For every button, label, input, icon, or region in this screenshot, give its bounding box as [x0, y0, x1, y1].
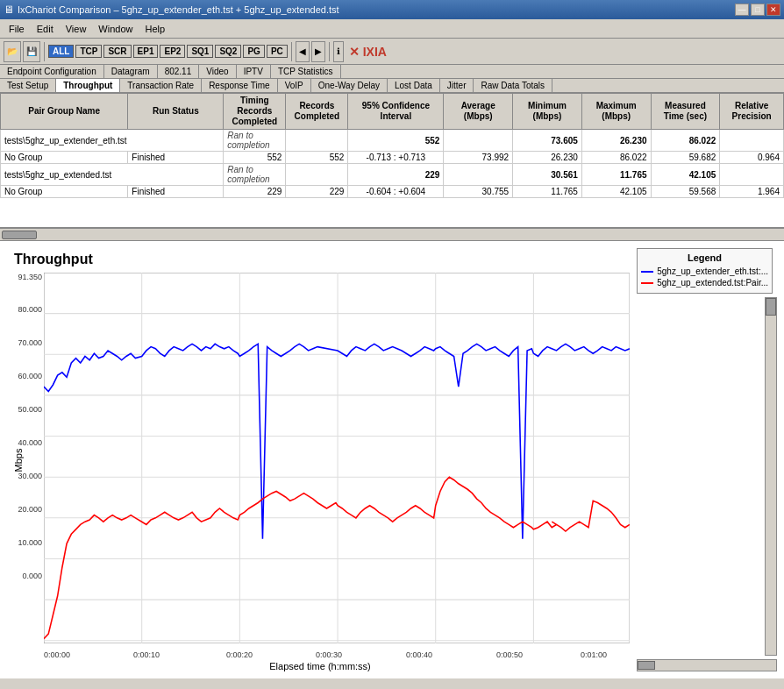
tab-video[interactable]: Video	[199, 65, 236, 78]
close-button[interactable]: ✕	[766, 4, 780, 16]
rec2-min: 11.765	[581, 164, 651, 186]
tab-transaction-rate[interactable]: Transaction Rate	[120, 79, 202, 92]
scroll-thumb[interactable]	[2, 231, 37, 239]
group-name-1: No Group	[1, 152, 128, 164]
menu-view[interactable]: View	[61, 22, 92, 36]
x-tick-40: 0:00:40	[406, 650, 432, 659]
table-row: No Group Finished 229 229 -0.604 : +0.60…	[1, 186, 784, 198]
tab-test-setup[interactable]: Test Setup	[0, 79, 56, 92]
time-1: 59.682	[651, 152, 720, 164]
col-measured-time: Measured Time (sec)	[651, 94, 720, 130]
filter-all[interactable]: ALL	[48, 45, 74, 58]
results-area[interactable]: Pair Group Name Run Status Timing Record…	[0, 93, 784, 229]
legend-box: Legend 5ghz_up_extender_eth.tst:... 5ghz…	[637, 248, 773, 294]
filter-sq1[interactable]: SQ1	[187, 45, 213, 58]
filter-scr[interactable]: SCR	[103, 45, 131, 58]
toolbar: 📂 💾 ALL TCP SCR EP1 EP2 SQ1 SQ2 PG PC ◀ …	[0, 39, 784, 65]
results-table: Pair Group Name Run Status Timing Record…	[0, 93, 784, 198]
x-tick-30: 0:00:30	[316, 650, 342, 659]
legend-scroll-area	[637, 297, 777, 656]
filter-ep2[interactable]: EP2	[160, 45, 185, 58]
app-icon: 🖥	[4, 4, 14, 16]
rel-prec-2: 1.964	[720, 186, 784, 198]
legend-scroll-thumb[interactable]	[766, 298, 776, 316]
timing-2: 229	[224, 186, 286, 198]
menu-edit[interactable]: Edit	[32, 22, 59, 36]
tab-endpoint-config[interactable]: Endpoint Configuration	[0, 65, 104, 78]
chart-container: Throughput Mbps	[7, 248, 633, 671]
filter-sq2[interactable]: SQ2	[215, 45, 241, 58]
col-confidence: 95% Confidence Interval	[348, 94, 444, 130]
rec1-avg: 73.605	[513, 130, 582, 152]
tab-lost-data[interactable]: Lost Data	[388, 79, 440, 92]
rec1-time	[720, 130, 784, 152]
chart-svg	[44, 273, 630, 643]
y-tick-30: 30.000	[9, 472, 42, 480]
tab-one-way-delay[interactable]: One-Way Delay	[311, 79, 388, 92]
col-records-completed: Records Completed	[286, 94, 348, 130]
col-average: Average (Mbps)	[444, 94, 513, 130]
table-row: tests\5ghz_up_extender_eth.tst Ran to co…	[1, 130, 784, 152]
legend-item-red: 5ghz_up_extended.tst:Pair...	[641, 278, 768, 288]
records-2: 229	[286, 186, 348, 198]
tab-jitter[interactable]: Jitter	[440, 79, 474, 92]
legend-scrollbar[interactable]	[765, 297, 777, 656]
legend-hscrollbar[interactable]	[637, 659, 777, 671]
status-1: Finished	[128, 152, 224, 164]
conf-1: -0.713 : +0.713	[348, 152, 444, 164]
maximize-button[interactable]: □	[751, 4, 765, 16]
y-tick-50: 50.000	[9, 405, 42, 414]
toolbar-info[interactable]: ℹ	[333, 41, 344, 62]
config-row2: Test Setup Throughput Transaction Rate R…	[0, 79, 784, 92]
rec1-min: 26.230	[581, 130, 651, 152]
x-tick-0: 0:00:00	[44, 650, 70, 659]
tab-datagram[interactable]: Datagram	[104, 65, 158, 78]
toolbar-fwd[interactable]: ▶	[311, 41, 325, 62]
title-text: 🖥 IxChariot Comparison – 5ghz_up_extende…	[4, 4, 339, 16]
legend-line-blue	[641, 271, 653, 273]
table-scrollbar[interactable]	[0, 229, 784, 241]
menu-window[interactable]: Window	[93, 22, 138, 36]
filter-pc[interactable]: PC	[267, 45, 288, 58]
toolbar-open[interactable]: 📂	[4, 41, 21, 62]
y-tick-10: 10.000	[9, 538, 42, 547]
records-1: 552	[286, 152, 348, 164]
rec1-conf	[444, 130, 513, 152]
tab-voip[interactable]: VoIP	[278, 79, 311, 92]
col-maximum: Maximum (Mbps)	[581, 94, 651, 130]
menu-bar: File Edit View Window Help	[0, 19, 784, 39]
table-row: No Group Finished 552 552 -0.713 : +0.71…	[1, 152, 784, 164]
menu-help[interactable]: Help	[139, 22, 170, 36]
legend-item-blue: 5ghz_up_extender_eth.tst:...	[641, 266, 768, 276]
tab-response-time[interactable]: Response Time	[202, 79, 277, 92]
chart-area: Throughput Mbps	[0, 241, 784, 678]
rec1-val: 552	[348, 130, 444, 152]
col-timing-records: Timing Records Completed	[224, 94, 286, 130]
toolbar-back[interactable]: ◀	[296, 41, 310, 62]
legend-title: Legend	[641, 252, 768, 263]
window-controls: — □ ✕	[735, 4, 780, 16]
tab-throughput[interactable]: Throughput	[56, 79, 120, 92]
filter-ep1[interactable]: EP1	[133, 45, 159, 58]
tab-raw-data-totals[interactable]: Raw Data Totals	[474, 79, 552, 92]
timing-1: 552	[224, 152, 286, 164]
min-2: 11.765	[513, 186, 582, 198]
toolbar-save[interactable]: 💾	[23, 41, 40, 62]
avg-1: 73.992	[444, 152, 513, 164]
title-bar: 🖥 IxChariot Comparison – 5ghz_up_extende…	[0, 0, 784, 19]
tab-802-11[interactable]: 802.11	[158, 65, 200, 78]
rec2-time	[720, 164, 784, 186]
rec2-val: 229	[348, 164, 444, 186]
tab-tcp-statistics[interactable]: TCP Statistics	[271, 65, 341, 78]
menu-file[interactable]: File	[4, 22, 30, 36]
minimize-button[interactable]: —	[735, 4, 749, 16]
filter-pg[interactable]: PG	[243, 45, 264, 58]
legend-hscroll-thumb[interactable]	[638, 661, 655, 670]
y-tick-60: 60.000	[9, 372, 42, 380]
filter-tcp[interactable]: TCP	[75, 45, 102, 58]
legend-label-red: 5ghz_up_extended.tst:Pair...	[657, 278, 768, 288]
svg-rect-0	[44, 273, 630, 643]
ran1: Ran to completion	[224, 130, 286, 152]
main-content: Pair Group Name Run Status Timing Record…	[0, 93, 784, 678]
tab-iptv[interactable]: IPTV	[237, 65, 271, 78]
